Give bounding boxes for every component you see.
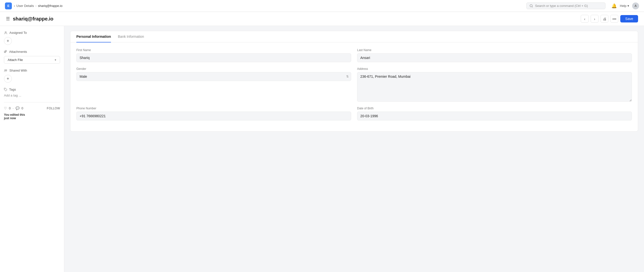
gender-select-wrapper: Male Female Other ⇅ — [76, 72, 351, 81]
last-name-field: Last Name — [357, 48, 632, 62]
shared-with-section: Shared With + — [4, 69, 60, 83]
assigned-to-section: Assigned To + — [4, 31, 60, 45]
assigned-to-label: Assigned To — [4, 31, 60, 34]
likes-count: 0 — [9, 106, 11, 110]
gender-label: Gender — [76, 67, 351, 71]
shared-with-text: Shared With — [10, 69, 27, 72]
dot-sep: · — [12, 106, 14, 110]
user-avatar[interactable]: A — [632, 2, 639, 9]
breadcrumb: › User Details › shariq@frappe.io — [14, 4, 62, 8]
search-placeholder: Search or type a command (Ctrl + G) — [535, 4, 588, 8]
assigned-to-text: Assigned To — [10, 31, 27, 34]
notifications-bell[interactable]: 🔔 — [612, 3, 617, 9]
topnav-actions: 🔔 Help ▾ A — [612, 2, 639, 9]
dob-field: Date of Birth — [357, 107, 632, 120]
attachments-section: Attachments Attach File + — [4, 50, 60, 64]
help-chevron-icon: ▾ — [628, 4, 629, 8]
gender-field: Gender Male Female Other ⇅ — [76, 67, 351, 102]
main-panel: Personal Information Bank Information Fi… — [64, 26, 644, 272]
breadcrumb-sep-1: › — [14, 4, 15, 8]
phone-label: Phone Number — [76, 107, 351, 110]
topnav: E › User Details › shariq@frappe.io Sear… — [0, 0, 644, 12]
dob-label: Date of Birth — [357, 107, 632, 110]
add-shared-with-button[interactable]: + — [4, 75, 12, 83]
form-row-gender-address: Gender Male Female Other ⇅ — [76, 67, 632, 102]
app-logo: E — [5, 2, 12, 9]
print-button[interactable]: 🖨 — [600, 15, 608, 23]
next-button[interactable]: › — [590, 15, 598, 23]
page-title: shariq@frappe.io — [13, 16, 54, 22]
tags-section: Tags Add a tag ... — [4, 88, 60, 97]
svg-point-4 — [5, 89, 5, 89]
dob-input[interactable] — [357, 112, 632, 120]
tab-personal-information[interactable]: Personal Information — [76, 31, 111, 42]
address-label: Address — [357, 67, 632, 71]
person-icon — [4, 31, 8, 34]
attachments-text: Attachments — [9, 50, 27, 53]
help-label: Help — [620, 4, 626, 8]
follow-button[interactable]: FOLLOW — [47, 107, 60, 110]
search-bar[interactable]: Search or type a command (Ctrl + G) — [526, 2, 606, 9]
form-row-phone-dob: Phone Number Date of Birth — [76, 107, 632, 120]
tabs: Personal Information Bank Information — [70, 31, 638, 42]
page-header-right: ‹ › 🖨 ••• Save — [581, 15, 638, 23]
paperclip-icon — [4, 50, 7, 53]
hamburger-icon[interactable]: ☰ — [6, 16, 10, 21]
last-name-input[interactable] — [357, 53, 632, 62]
add-tag-link[interactable]: Add a tag ... — [4, 94, 21, 97]
form-row-name: First Name Last Name — [76, 48, 632, 62]
breadcrumb-current: shariq@frappe.io — [38, 4, 62, 8]
first-name-label: First Name — [76, 48, 351, 52]
more-options-button[interactable]: ••• — [610, 15, 618, 23]
svg-point-1 — [5, 31, 6, 32]
breadcrumb-sep-2: › — [35, 4, 36, 8]
tags-label: Tags — [4, 88, 60, 91]
just-now-text: just now — [4, 116, 16, 120]
heart-icon: ♡ — [4, 106, 7, 110]
svg-point-3 — [6, 70, 7, 71]
attach-file-label: Attach File — [8, 58, 23, 62]
sidebar-divider — [4, 102, 60, 102]
address-input[interactable]: 236-671, Premier Road, Mumbai — [357, 72, 632, 102]
activity-row: ♡ 0 · 💬 0 FOLLOW — [4, 106, 60, 110]
shared-icon — [4, 69, 8, 72]
breadcrumb-parent[interactable]: User Details — [16, 4, 34, 8]
you-edited-text: You edited this just now — [4, 113, 60, 120]
comment-icon: 💬 — [16, 106, 20, 110]
tab-bank-information[interactable]: Bank Information — [118, 31, 144, 42]
first-name-field: First Name — [76, 48, 351, 62]
tags-text: Tags — [9, 88, 16, 91]
tag-icon — [4, 88, 7, 91]
phone-field: Phone Number — [76, 107, 351, 120]
add-assigned-to-button[interactable]: + — [4, 37, 12, 45]
attach-file-button[interactable]: Attach File + — [4, 56, 60, 64]
app-body: ☰ shariq@frappe.io ‹ › 🖨 ••• Save Assign… — [0, 12, 644, 272]
gender-select[interactable]: Male Female Other — [76, 72, 351, 81]
address-field: Address 236-671, Premier Road, Mumbai — [357, 67, 632, 102]
page-header-left: ☰ shariq@frappe.io — [6, 16, 54, 22]
last-name-label: Last Name — [357, 48, 632, 52]
shared-with-label: Shared With — [4, 69, 60, 72]
content-area: Assigned To + Attachments Attach File + — [0, 26, 644, 272]
page-header: ☰ shariq@frappe.io ‹ › 🖨 ••• Save — [0, 12, 644, 26]
svg-point-2 — [4, 70, 6, 71]
attach-file-plus-icon: + — [54, 58, 56, 62]
form-body: First Name Last Name Gender — [70, 42, 638, 131]
save-button[interactable]: Save — [620, 15, 638, 22]
prev-button[interactable]: ‹ — [581, 15, 589, 23]
first-name-input[interactable] — [76, 53, 351, 62]
search-icon — [530, 4, 533, 8]
phone-input[interactable] — [76, 112, 351, 120]
sidebar: Assigned To + Attachments Attach File + — [0, 26, 64, 272]
attachments-label: Attachments — [4, 50, 60, 53]
comments-count: 0 — [22, 106, 23, 110]
help-menu[interactable]: Help ▾ — [620, 4, 629, 8]
form-card: Personal Information Bank Information Fi… — [70, 31, 638, 132]
you-text: You — [4, 113, 10, 116]
